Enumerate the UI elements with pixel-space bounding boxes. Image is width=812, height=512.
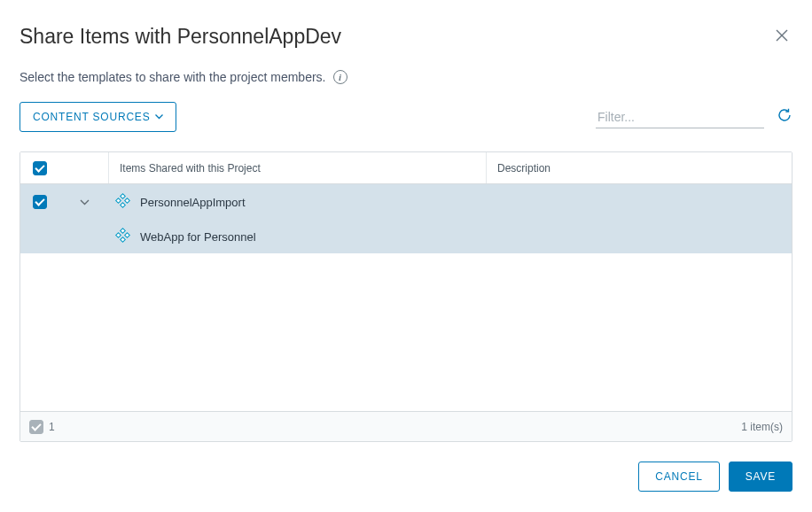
row-checkbox[interactable] xyxy=(33,195,47,209)
items-table: Items Shared with this Project Descripti… xyxy=(20,151,792,442)
chevron-down-icon xyxy=(155,114,163,120)
filter-input[interactable] xyxy=(596,106,764,128)
content-sources-label: CONTENT SOURCES xyxy=(33,111,150,123)
table-row[interactable]: WebApp for Personnel xyxy=(20,220,792,253)
cancel-button[interactable]: CANCEL xyxy=(638,462,719,492)
table-row-group: PersonnelAppImport WebApp for Personnel xyxy=(20,184,792,253)
blueprint-icon xyxy=(118,196,131,209)
expand-toggle[interactable] xyxy=(59,199,109,206)
group-name: PersonnelAppImport xyxy=(140,196,246,209)
select-all-checkbox[interactable] xyxy=(33,161,47,175)
footer-select-indicator xyxy=(29,420,43,434)
content-sources-dropdown[interactable]: CONTENT SOURCES xyxy=(20,102,176,132)
column-header-description[interactable]: Description xyxy=(487,152,792,183)
column-header-items[interactable]: Items Shared with this Project xyxy=(109,152,487,183)
refresh-icon xyxy=(777,107,792,123)
close-icon xyxy=(775,28,789,43)
blueprint-icon xyxy=(118,230,131,244)
dialog-title: Share Items with PersonnelAppDev xyxy=(20,25,341,49)
table-footer: 1 1 item(s) xyxy=(20,411,792,441)
close-button[interactable] xyxy=(771,25,792,46)
dialog-subtitle: Select the templates to share with the p… xyxy=(20,70,326,84)
save-button[interactable]: SAVE xyxy=(729,462,792,492)
selected-count: 1 xyxy=(49,421,55,433)
footer-summary: 1 item(s) xyxy=(741,421,783,433)
info-icon[interactable]: i xyxy=(333,70,347,84)
chevron-down-icon xyxy=(80,199,90,206)
refresh-button[interactable] xyxy=(777,107,792,127)
table-header: Items Shared with this Project Descripti… xyxy=(20,152,792,184)
child-name: WebApp for Personnel xyxy=(140,230,256,244)
